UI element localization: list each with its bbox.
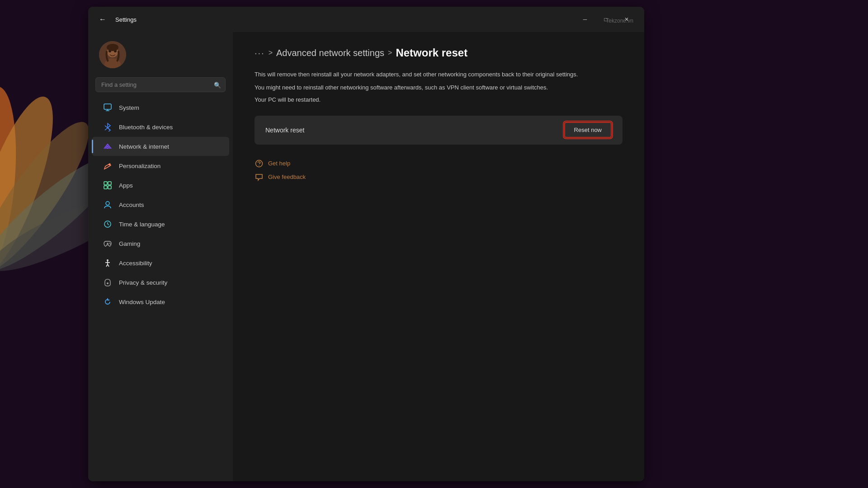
- get-help-link[interactable]: Get help: [255, 159, 623, 168]
- time-icon: [103, 219, 113, 229]
- breadcrumb-current: Network reset: [396, 47, 467, 59]
- sidebar-item-system-label: System: [119, 104, 139, 111]
- back-button[interactable]: ←: [95, 12, 110, 27]
- personalization-icon: [103, 161, 113, 171]
- reset-now-button[interactable]: Reset now: [564, 122, 612, 138]
- system-icon: [103, 103, 113, 113]
- get-help-icon: [255, 159, 264, 168]
- sidebar: 🔍 System Bluetooth & devices: [88, 32, 233, 481]
- sidebar-item-apps-label: Apps: [119, 182, 133, 189]
- svg-line-36: [108, 264, 109, 267]
- sidebar-item-personalization[interactable]: Personalization: [92, 156, 229, 175]
- user-profile: [88, 32, 233, 77]
- sidebar-item-apps[interactable]: Apps: [92, 176, 229, 195]
- svg-rect-22: [104, 186, 107, 189]
- privacy-icon: [103, 277, 113, 287]
- give-feedback-label: Give feedback: [268, 174, 306, 180]
- breadcrumb-dots: ···: [255, 48, 265, 58]
- description-line1: This will remove then reinstall all your…: [255, 70, 623, 80]
- network-icon: [103, 141, 113, 151]
- sidebar-item-update[interactable]: Windows Update: [92, 292, 229, 311]
- gaming-icon: [103, 239, 113, 249]
- search-icon: 🔍: [214, 81, 221, 88]
- accounts-icon: [103, 200, 113, 210]
- svg-point-30: [109, 243, 110, 244]
- sidebar-item-time[interactable]: Time & language: [92, 215, 229, 234]
- sidebar-item-network-label: Network & internet: [119, 143, 169, 150]
- sidebar-item-accounts[interactable]: Accounts: [92, 195, 229, 214]
- content-area: Tekzone.vn ··· > Advanced network settin…: [233, 32, 644, 481]
- svg-point-40: [259, 165, 259, 166]
- reset-card-label: Network reset: [265, 127, 304, 134]
- svg-rect-20: [104, 182, 107, 185]
- search-input[interactable]: [95, 77, 226, 92]
- settings-window: ← Settings ─ □ ✕: [88, 7, 644, 481]
- description-line2: You might need to reinstall other networ…: [255, 83, 623, 93]
- window-title: Settings: [115, 16, 137, 23]
- minimize-button[interactable]: ─: [575, 12, 595, 27]
- bluetooth-icon: [103, 122, 113, 132]
- breadcrumb-sep-2: >: [388, 49, 392, 57]
- sidebar-item-bluetooth-label: Bluetooth & devices: [119, 124, 173, 131]
- accessibility-icon: [103, 258, 113, 268]
- svg-point-24: [106, 202, 109, 205]
- give-feedback-link[interactable]: Give feedback: [255, 173, 623, 182]
- title-bar: ← Settings ─ □ ✕: [88, 7, 644, 32]
- breadcrumb-link[interactable]: Advanced network settings: [276, 48, 384, 58]
- svg-rect-14: [104, 104, 111, 109]
- sidebar-item-gaming[interactable]: Gaming: [92, 234, 229, 253]
- breadcrumb: ··· > Advanced network settings > Networ…: [255, 47, 623, 59]
- sidebar-item-update-label: Windows Update: [119, 299, 165, 305]
- svg-point-19: [108, 164, 110, 165]
- sidebar-item-accessibility-label: Accessibility: [119, 260, 152, 267]
- sidebar-item-bluetooth[interactable]: Bluetooth & devices: [92, 117, 229, 136]
- breadcrumb-sep-1: >: [269, 49, 273, 57]
- sidebar-item-privacy[interactable]: Privacy & security: [92, 273, 229, 292]
- restart-notice: Your PC will be restarted.: [255, 96, 623, 103]
- main-area: 🔍 System Bluetooth & devices: [88, 32, 644, 481]
- svg-rect-21: [108, 182, 111, 185]
- sidebar-item-personalization-label: Personalization: [119, 163, 160, 169]
- svg-point-13: [107, 44, 118, 51]
- update-icon: [103, 297, 113, 307]
- svg-point-31: [110, 244, 111, 244]
- sidebar-item-time-label: Time & language: [119, 221, 165, 228]
- help-links: Get help Give feedback: [255, 159, 623, 182]
- search-box: 🔍: [95, 77, 226, 92]
- sidebar-item-system[interactable]: System: [92, 98, 229, 117]
- sidebar-item-network[interactable]: Network & internet: [92, 137, 229, 156]
- sidebar-item-gaming-label: Gaming: [119, 240, 140, 247]
- svg-rect-23: [108, 186, 111, 189]
- sidebar-item-accounts-label: Accounts: [119, 202, 144, 208]
- network-reset-card: Network reset Reset now: [255, 116, 623, 145]
- avatar: [99, 41, 126, 68]
- svg-line-27: [108, 224, 109, 225]
- get-help-label: Get help: [268, 160, 290, 167]
- sidebar-item-privacy-label: Privacy & security: [119, 279, 167, 286]
- nav-list: System Bluetooth & devices Network & int…: [88, 98, 233, 472]
- title-bar-left: ← Settings: [95, 12, 137, 27]
- apps-icon: [103, 180, 113, 190]
- give-feedback-icon: [255, 173, 264, 182]
- sidebar-item-accessibility[interactable]: Accessibility: [92, 253, 229, 272]
- svg-point-32: [107, 259, 108, 261]
